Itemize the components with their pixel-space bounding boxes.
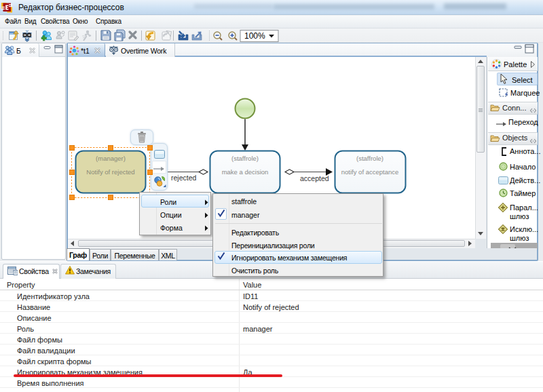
svg-text:100%: 100% bbox=[244, 31, 265, 41]
